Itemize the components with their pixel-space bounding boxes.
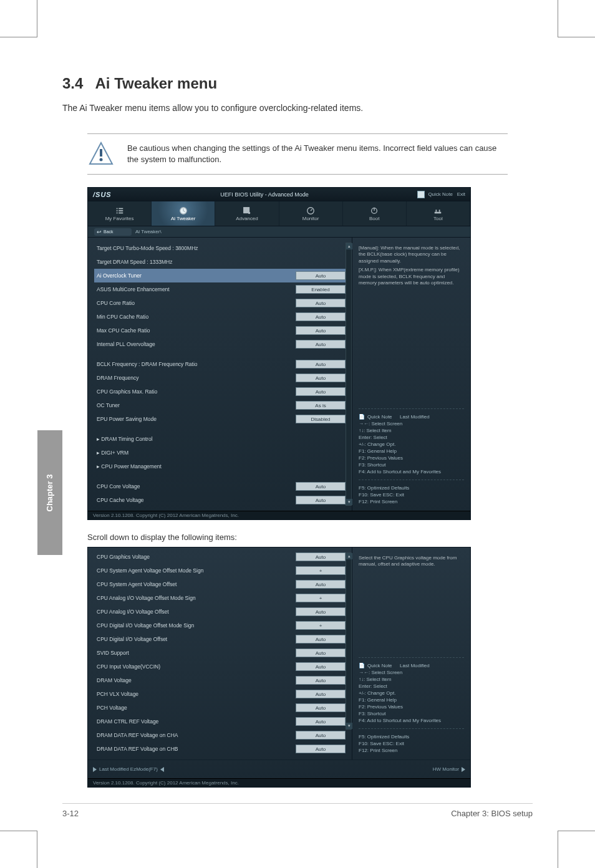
setting-row[interactable]: CPU Digital I/O Voltage Offset Mode Sign… [94, 619, 348, 632]
setting-row[interactable]: EPU Power Saving ModeDisabled [94, 412, 348, 426]
bios-window-continued: CPU Graphics VoltageAutoCPU System Agent… [87, 547, 471, 788]
setting-value[interactable]: Auto [296, 580, 346, 589]
setting-row[interactable]: PCH VLX VoltageAuto [94, 687, 348, 701]
setting-row[interactable]: Max CPU Cache RatioAuto [94, 324, 348, 337]
setting-row[interactable]: DRAM DATA REF Voltage on CHBAuto [94, 742, 348, 756]
setting-row[interactable]: CPU Graphics Max. RatioAuto [94, 385, 348, 398]
setting-value[interactable]: Auto [296, 374, 346, 382]
setting-row[interactable]: PCH VoltageAuto [94, 701, 348, 715]
quick-note-link[interactable]: 📄Quick Note Last Modified [359, 414, 464, 420]
setting-value[interactable]: Auto [296, 552, 346, 561]
setting-value[interactable]: Auto [296, 326, 346, 335]
setting-label: CPU Graphics Max. Ratio [97, 388, 296, 395]
setting-row[interactable]: CPU Analog I/O Voltage Offset Mode Sign+ [94, 591, 348, 605]
quick-note-label[interactable]: Quick Note [428, 191, 453, 197]
arrow-left-icon [160, 767, 164, 772]
setting-row[interactable]: CPU Graphics VoltageAuto [94, 550, 348, 564]
setting-value[interactable]: Auto [296, 717, 346, 726]
setting-row[interactable]: CPU Digital I/O Voltage OffsetAuto [94, 632, 348, 646]
setting-value[interactable]: + [296, 621, 346, 630]
hw-monitor-button[interactable]: HW Monitor [433, 766, 465, 772]
setting-row[interactable]: CPU System Agent Voltage Offset Mode Sig… [94, 564, 348, 577]
setting-value[interactable]: Disabled [296, 415, 346, 423]
setting-label: DRAM Frequency [97, 375, 296, 381]
setting-row[interactable]: CPU System Agent Voltage OffsetAuto [94, 577, 348, 591]
setting-value[interactable]: Auto [296, 360, 346, 369]
setting-value[interactable]: Auto [296, 312, 346, 321]
setting-label: CPU Analog I/O Voltage Offset Mode Sign [97, 595, 296, 601]
last-modified-button[interactable]: Last Modified EzMode(F7) [93, 766, 164, 772]
setting-row[interactable]: Internal PLL OvervoltageAuto [94, 337, 348, 351]
tab-label: Advanced [236, 216, 258, 221]
setting-row[interactable]: ASUS MultiCore EnhancementEnabled [94, 282, 348, 296]
setting-row[interactable]: Target DRAM Speed : 1333MHz [94, 255, 348, 269]
setting-label: EPU Power Saving Mode [97, 416, 296, 422]
setting-value[interactable]: + [296, 594, 346, 602]
setting-value[interactable]: Auto [296, 703, 346, 712]
setting-row[interactable]: BCLK Frequency : DRAM Frequency RatioAut… [94, 357, 348, 371]
setting-value[interactable]: Auto [296, 340, 346, 349]
setting-row[interactable]: CPU Analog I/O Voltage OffsetAuto [94, 605, 348, 619]
scroll-down-icon[interactable]: ▾ [346, 723, 352, 729]
setting-row[interactable]: OC TunerAs is [94, 398, 348, 412]
setting-row[interactable]: SVID SupportAuto [94, 646, 348, 660]
scroll-up-icon[interactable]: ▴ [346, 553, 352, 559]
setting-value[interactable]: Auto [296, 387, 346, 396]
setting-row[interactable]: ▸ DRAM Timing Control [94, 432, 348, 446]
setting-row[interactable]: DRAM FrequencyAuto [94, 371, 348, 385]
back-label: Back [104, 229, 114, 234]
setting-label: ▸ DRAM Timing Control [97, 436, 346, 442]
setting-row[interactable]: DRAM DATA REF Voltage on CHAAuto [94, 728, 348, 742]
setting-value[interactable]: Auto [296, 482, 346, 491]
setting-value[interactable]: Auto [296, 731, 346, 740]
setting-row[interactable]: DRAM VoltageAuto [94, 673, 348, 687]
quick-note-link[interactable]: 📄Quick Note Last Modified [359, 663, 464, 668]
back-button[interactable]: ↩ Back [94, 228, 132, 236]
scrollbar[interactable]: ▴ ▾ [346, 552, 352, 730]
quick-note-icon[interactable] [417, 191, 425, 198]
bios-window: /SUS UEFI BIOS Utility - Advanced Mode Q… [87, 187, 471, 520]
setting-value[interactable]: Auto [296, 662, 346, 671]
side-panel: Select the CPU Graphics voltage mode fro… [352, 547, 470, 760]
scroll-down-icon[interactable]: ▾ [346, 499, 352, 505]
setting-value[interactable]: Auto [296, 607, 346, 616]
setting-value[interactable]: Auto [296, 635, 346, 644]
scroll-up-icon[interactable]: ▴ [346, 243, 352, 249]
setting-label: OC Tuner [97, 402, 296, 408]
nav-hint: F10: Save ESC: Exit [359, 492, 464, 498]
setting-row[interactable]: Ai Overclock TunerAuto [94, 269, 348, 282]
setting-value[interactable]: Auto [296, 649, 346, 657]
svg-point-2 [100, 158, 103, 162]
setting-row[interactable]: CPU Core VoltageAuto [94, 480, 348, 493]
setting-label: BCLK Frequency : DRAM Frequency Ratio [97, 361, 296, 367]
setting-value[interactable]: Auto [296, 745, 346, 753]
setting-row[interactable]: Target CPU Turbo-Mode Speed : 3800MHz [94, 241, 348, 255]
exit-button[interactable]: Exit [457, 191, 465, 197]
setting-value[interactable]: Auto [296, 271, 346, 280]
setting-value[interactable]: Auto [296, 496, 346, 504]
setting-row[interactable]: CPU Input Voltage(VCCIN)Auto [94, 660, 348, 673]
setting-value[interactable]: Enabled [296, 285, 346, 294]
section-heading: 3.4 Ai Tweaker menu [62, 75, 533, 92]
setting-row[interactable]: ▸ DIGI+ VRM [94, 446, 348, 460]
setting-value[interactable]: Auto [296, 676, 346, 685]
setting-value[interactable]: + [296, 566, 346, 575]
setting-row[interactable]: Min CPU Cache RatioAuto [94, 310, 348, 324]
tab-boot[interactable]: Boot [343, 201, 407, 226]
setting-row[interactable]: CPU Core RatioAuto [94, 296, 348, 310]
tab-my-favorites[interactable]: My Favorites [88, 201, 152, 226]
tab-tool[interactable]: Tool [407, 201, 470, 226]
tab-monitor[interactable]: Monitor [279, 201, 343, 226]
setting-label: CPU Core Ratio [97, 300, 296, 306]
setting-value[interactable]: Auto [296, 690, 346, 698]
svg-rect-6 [119, 210, 123, 211]
scrollbar[interactable]: ▴ ▾ [346, 243, 352, 506]
setting-value[interactable]: As is [296, 401, 346, 410]
setting-value[interactable]: Auto [296, 299, 346, 307]
setting-row[interactable]: DRAM CTRL REF VoltageAuto [94, 715, 348, 728]
setting-row[interactable]: ▸ CPU Power Management [94, 460, 348, 473]
header-right: Quick Note Exit [417, 191, 465, 198]
tab-advanced[interactable]: Advanced [215, 201, 279, 226]
tab-ai-tweaker[interactable]: Ai Tweaker [152, 201, 215, 226]
setting-row[interactable]: CPU Cache VoltageAuto [94, 493, 348, 507]
